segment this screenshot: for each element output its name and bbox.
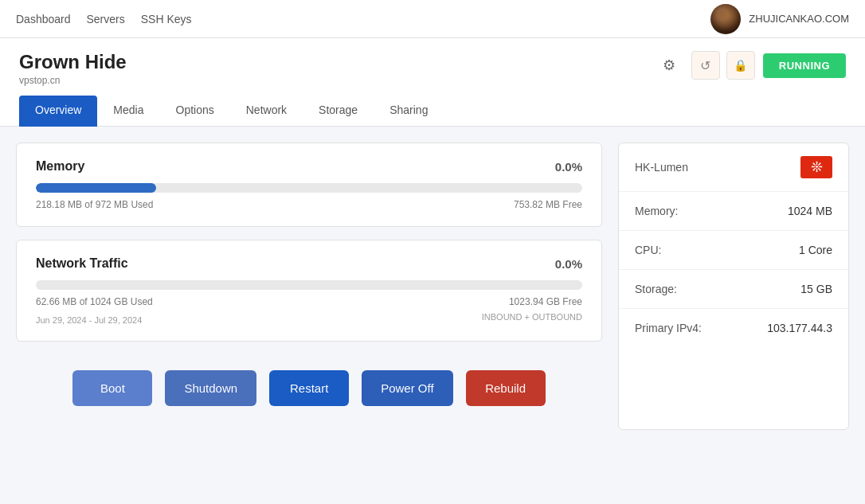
server-header: Grown Hide vpstop.cn ⚙ ↺ 🔒 RUNNING Overv… [0,38,865,127]
server-info: Grown Hide vpstop.cn [19,51,127,86]
shutdown-button[interactable]: Shutdown [165,370,256,406]
memory-used-label: 218.18 MB of 972 MB Used [36,199,153,210]
server-name: Grown Hide [19,51,127,73]
flag-hk [800,156,832,178]
top-navigation: Dashboard Servers SSH Keys ZHUJICANKAO.C… [0,0,865,38]
memory-progress-bg [36,183,582,193]
lock-button[interactable]: 🔒 [726,51,755,80]
memory-free-label: 753.82 MB Free [514,199,582,210]
nav-dashboard[interactable]: Dashboard [16,13,71,25]
info-row-location: HK-Lumen [619,143,848,192]
tab-options[interactable]: Options [160,96,230,127]
tab-network[interactable]: Network [230,96,303,127]
tab-media[interactable]: Media [97,96,159,127]
network-card: Network Traffic 0.0% 62.66 MB of 1024 GB… [16,240,602,342]
location-label: HK-Lumen [635,161,688,174]
network-percent: 0.0% [555,257,582,271]
network-dates: Jun 29, 2024 - Jul 29, 2024 [36,315,142,325]
tab-overview[interactable]: Overview [19,96,97,127]
restart-button[interactable]: Restart [269,370,349,406]
memory-percent: 0.0% [555,160,582,174]
memory-info-label: Memory: [635,205,678,217]
network-title: Network Traffic [36,256,128,271]
status-badge: RUNNING [763,53,846,78]
nav-ssh-keys[interactable]: SSH Keys [141,13,192,25]
poweroff-button[interactable]: Power Off [362,370,452,406]
tab-storage[interactable]: Storage [303,96,374,127]
network-direction: INBOUND + OUTBOUND [482,312,582,322]
network-used-label: 62.66 MB of 1024 GB Used [36,296,153,307]
network-free-label: 1023.94 GB Free [509,296,582,307]
info-row-memory: Memory: 1024 MB [619,192,848,231]
main-layout: Memory 0.0% 218.18 MB of 972 MB Used 753… [0,127,865,446]
memory-progress-fill [36,183,156,193]
server-subdomain: vpstop.cn [19,75,127,86]
rebuild-button[interactable]: Rebuild [466,370,546,406]
action-row: Boot Shutdown Restart Power Off Rebuild [16,354,602,430]
network-progress-bg [36,280,582,290]
network-progress-labels: 62.66 MB of 1024 GB Used 1023.94 GB Free [36,296,582,307]
tab-bar: Overview Media Options Network Storage S… [19,96,846,126]
gear-button[interactable]: ⚙ [655,51,683,80]
left-panel: Memory 0.0% 218.18 MB of 972 MB Used 753… [16,143,618,430]
info-row-ipv4: Primary IPv4: 103.177.44.3 [619,309,848,347]
storage-info-value: 15 GB [800,283,832,295]
nav-servers[interactable]: Servers [87,13,125,25]
network-row2: Jun 29, 2024 - Jul 29, 2024 INBOUND + OU… [36,312,582,325]
info-row-cpu: CPU: 1 Core [619,231,848,270]
cpu-info-label: CPU: [635,244,661,256]
ipv4-info-value: 103.177.44.3 [767,322,832,334]
server-actions: ⚙ ↺ 🔒 RUNNING [655,51,846,80]
ipv4-info-label: Primary IPv4: [635,322,702,334]
network-card-header: Network Traffic 0.0% [36,256,582,271]
restart-small-icon: ↺ [700,59,710,72]
gear-icon: ⚙ [663,57,675,74]
site-label: ZHUJICANKAO.COM [749,13,849,25]
info-row-storage: Storage: 15 GB [619,270,848,309]
tab-sharing[interactable]: Sharing [374,96,444,127]
avatar[interactable] [710,4,741,34]
nav-right: ZHUJICANKAO.COM [710,4,849,34]
memory-title: Memory [36,159,84,174]
memory-card: Memory 0.0% 218.18 MB of 972 MB Used 753… [16,143,602,227]
memory-card-header: Memory 0.0% [36,159,582,174]
restart-small-button[interactable]: ↺ [691,51,720,80]
nav-links: Dashboard Servers SSH Keys [16,13,192,25]
server-title-row: Grown Hide vpstop.cn ⚙ ↺ 🔒 RUNNING [19,51,846,86]
memory-progress-labels: 218.18 MB of 972 MB Used 753.82 MB Free [36,199,582,210]
right-panel: HK-Lumen Memory: 1024 MB CPU: 1 Core Sto… [618,143,849,430]
lock-icon: 🔒 [734,59,747,72]
storage-info-label: Storage: [635,283,677,295]
memory-info-value: 1024 MB [788,205,832,217]
cpu-info-value: 1 Core [799,244,832,256]
boot-button[interactable]: Boot [72,370,152,406]
